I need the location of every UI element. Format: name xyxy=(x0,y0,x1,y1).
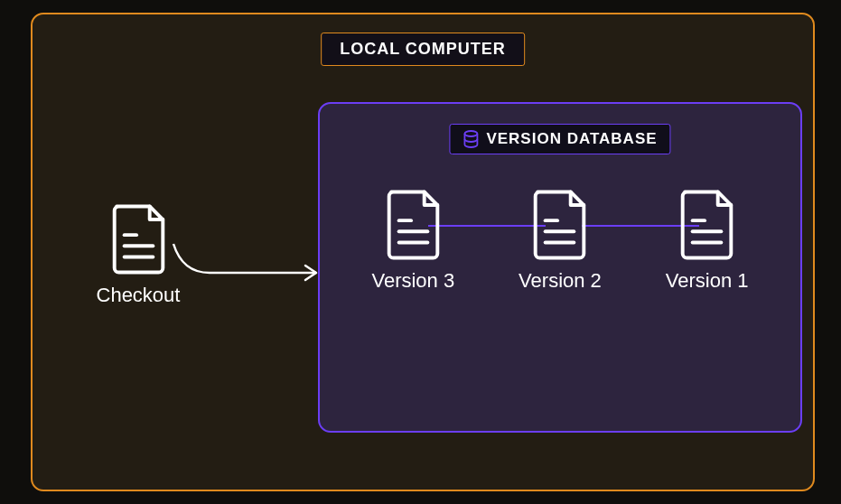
local-computer-container: LOCAL COMPUTER Checkout xyxy=(31,13,815,491)
file-icon xyxy=(109,204,168,275)
local-computer-label: LOCAL COMPUTER xyxy=(321,33,525,66)
svg-point-3 xyxy=(464,131,477,136)
arrow-icon xyxy=(170,238,332,293)
versions-row: Version 3 Version 2 xyxy=(320,190,800,293)
checkout-node: Checkout xyxy=(84,204,192,307)
file-icon xyxy=(384,190,443,260)
version-2-node: Version 2 xyxy=(492,190,628,293)
version-2-label: Version 2 xyxy=(519,269,602,293)
version-database-text: VERSION DATABASE xyxy=(486,130,657,148)
version-3-label: Version 3 xyxy=(371,269,454,293)
database-icon xyxy=(463,130,479,148)
version-database-label: VERSION DATABASE xyxy=(449,124,670,154)
version-database-container: VERSION DATABASE Version 3 xyxy=(318,102,802,433)
checkout-label: Checkout xyxy=(97,284,181,307)
file-icon xyxy=(530,190,589,260)
version-1-label: Version 1 xyxy=(666,269,749,293)
file-icon xyxy=(677,190,736,260)
version-1-node: Version 1 xyxy=(640,190,775,293)
version-3-node: Version 3 xyxy=(345,190,481,293)
